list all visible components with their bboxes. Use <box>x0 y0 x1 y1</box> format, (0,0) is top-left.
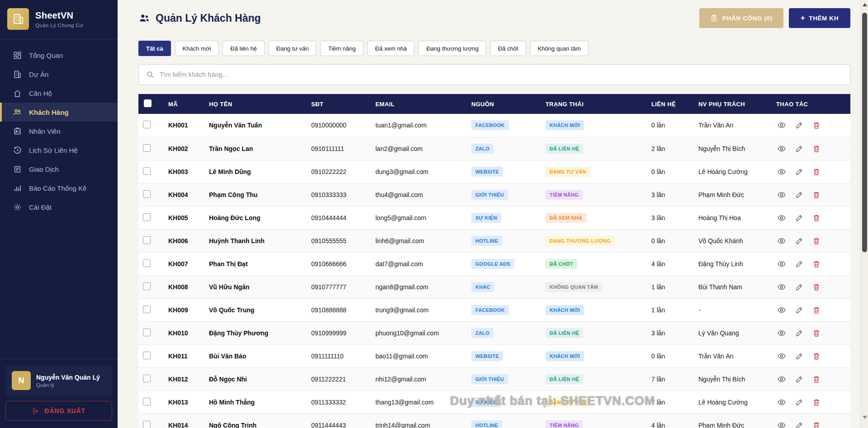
view-button[interactable] <box>776 328 787 339</box>
row-checkbox[interactable] <box>143 398 151 405</box>
sidebar-item-building[interactable]: Dự Án <box>0 65 118 84</box>
customer-code: KH004 <box>164 183 204 206</box>
delete-button[interactable] <box>811 282 821 292</box>
edit-button[interactable] <box>794 282 804 292</box>
main-content: Quản Lý Khách Hàng PHÂN CÔNG (0) + THÊM … <box>118 0 868 428</box>
view-button[interactable] <box>776 282 787 292</box>
edit-button[interactable] <box>794 167 804 177</box>
filter-tab-7[interactable]: Đã chốt <box>490 41 526 56</box>
source-badge: SỰ KIỆN <box>471 213 501 223</box>
view-button[interactable] <box>776 374 787 385</box>
scrollbar-thumb[interactable] <box>862 13 867 252</box>
row-checkbox[interactable] <box>143 352 151 359</box>
sidebar-item-gear[interactable]: Cài Đặt <box>0 198 118 216</box>
row-checkbox[interactable] <box>143 306 151 313</box>
row-checkbox[interactable] <box>143 213 151 221</box>
sidebar-item-id-card[interactable]: Nhân Viên <box>0 122 118 141</box>
row-checkbox[interactable] <box>143 236 151 244</box>
edit-button[interactable] <box>794 397 804 407</box>
filter-tab-0[interactable]: Tất cả <box>138 41 171 56</box>
filter-tab-2[interactable]: Đã liên hệ <box>223 41 265 56</box>
vertical-scrollbar[interactable] <box>860 0 868 428</box>
contact-count: 1 lần <box>647 275 694 298</box>
delete-button[interactable] <box>811 420 821 428</box>
edit-button[interactable] <box>794 213 804 223</box>
status-badge: ĐÃ CHỐT <box>545 259 577 269</box>
edit-button[interactable] <box>794 144 804 154</box>
assign-button[interactable]: PHÂN CÔNG (0) <box>699 8 783 28</box>
view-button[interactable] <box>776 166 787 177</box>
edit-button[interactable] <box>794 236 804 246</box>
delete-button[interactable] <box>811 167 821 177</box>
status-badge: KHÁCH MỚI <box>545 351 584 361</box>
view-button[interactable] <box>776 189 787 200</box>
delete-button[interactable] <box>811 305 821 315</box>
delete-button[interactable] <box>811 374 821 384</box>
add-customer-button[interactable]: + THÊM KH <box>789 8 850 28</box>
row-checkbox[interactable] <box>143 282 151 290</box>
sidebar-item-document[interactable]: Giao Dịch <box>0 160 118 179</box>
filter-tab-5[interactable]: Đã xem nhà <box>367 41 414 56</box>
delete-button[interactable] <box>811 236 821 246</box>
row-checkbox[interactable] <box>143 375 151 382</box>
view-button[interactable] <box>776 235 787 246</box>
table-row: KH001Nguyễn Văn Tuấn0910000000tuan1@gmai… <box>138 114 850 137</box>
search-input[interactable] <box>160 71 843 78</box>
delete-button[interactable] <box>811 144 821 154</box>
view-button[interactable] <box>776 259 787 269</box>
logout-button[interactable]: ĐĂNG XUẤT <box>5 401 112 421</box>
row-checkbox[interactable] <box>143 167 151 175</box>
row-checkbox[interactable] <box>143 329 151 336</box>
sidebar-item-history[interactable]: Lịch Sử Liên Hệ <box>0 141 118 160</box>
delete-button[interactable] <box>811 397 821 407</box>
row-checkbox[interactable] <box>143 421 151 428</box>
table-header: MÃHỌ TÊNSĐTEMAILNGUỒNTRẠNG THÁILIÊN HỆNV… <box>138 94 850 114</box>
edit-button[interactable] <box>794 374 804 384</box>
filter-tab-8[interactable]: Không quan tâm <box>530 41 588 56</box>
contact-count: 7 lần <box>647 390 694 414</box>
select-all-checkbox[interactable] <box>144 99 152 107</box>
search-bar[interactable] <box>138 64 850 85</box>
sidebar-item-home[interactable]: Căn Hộ <box>0 84 118 103</box>
filter-tab-3[interactable]: Đang tư vấn <box>269 41 317 56</box>
status-badge: KHÔNG QUAN TÂM <box>545 282 602 292</box>
assigned-staff: - <box>694 298 772 321</box>
view-button[interactable] <box>776 212 787 223</box>
customer-email: thu4@gmail.com <box>371 183 467 206</box>
customer-email: tuan1@gmail.com <box>371 114 467 137</box>
view-button[interactable] <box>776 420 787 428</box>
scrollbar-down-arrow[interactable] <box>863 416 867 419</box>
row-checkbox[interactable] <box>143 144 151 152</box>
edit-button[interactable] <box>794 190 804 200</box>
edit-button[interactable] <box>794 259 804 269</box>
delete-button[interactable] <box>811 120 821 130</box>
edit-button[interactable] <box>794 305 804 315</box>
delete-button[interactable] <box>811 190 821 200</box>
delete-button[interactable] <box>811 328 821 338</box>
filter-tab-6[interactable]: Đang thương lượng <box>418 41 486 56</box>
view-button[interactable] <box>776 397 787 408</box>
view-button[interactable] <box>776 305 787 315</box>
sidebar-item-dashboard[interactable]: Tổng Quan <box>0 46 118 65</box>
delete-button[interactable] <box>811 213 821 223</box>
sidebar-item-users[interactable]: Khách Hàng <box>0 103 118 122</box>
row-checkbox[interactable] <box>143 190 151 198</box>
row-checkbox[interactable] <box>143 259 151 267</box>
customer-name: Bùi Văn Bảo <box>204 344 307 367</box>
table-row: KH005Hoàng Đức Long0910444444long5@gmail… <box>138 206 850 229</box>
filter-tab-4[interactable]: Tiềm năng <box>320 41 363 56</box>
delete-button[interactable] <box>811 351 821 361</box>
view-button[interactable] <box>776 143 787 154</box>
view-button[interactable] <box>776 120 787 131</box>
sidebar-item-bar-chart[interactable]: Báo Cáo Thống Kê <box>0 179 118 198</box>
edit-button[interactable] <box>794 120 804 130</box>
brand: SheetVN Quản Lý Chung Cư <box>0 0 118 39</box>
edit-button[interactable] <box>794 420 804 428</box>
delete-button[interactable] <box>811 259 821 269</box>
edit-button[interactable] <box>794 328 804 338</box>
row-checkbox[interactable] <box>143 121 151 128</box>
view-button[interactable] <box>776 351 787 362</box>
filter-tab-1[interactable]: Khách mới <box>175 41 219 56</box>
scrollbar-up-arrow[interactable] <box>863 3 867 6</box>
edit-button[interactable] <box>794 351 804 361</box>
